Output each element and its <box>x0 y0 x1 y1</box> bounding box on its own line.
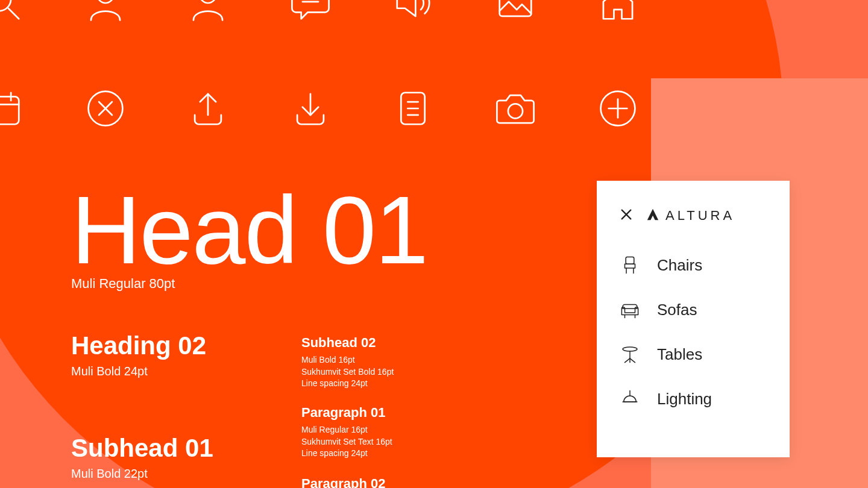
icon-row-2 <box>0 87 639 130</box>
navigation-menu-card: ALTURA Chairs Sofas Tables Lighting <box>597 181 790 457</box>
brand-logo[interactable]: ALTURA <box>646 208 735 224</box>
menu-item-tables[interactable]: Tables <box>620 344 767 364</box>
svg-rect-6 <box>0 96 19 124</box>
search-icon <box>0 0 24 24</box>
svg-line-32 <box>625 358 631 363</box>
image-icon <box>494 0 536 24</box>
menu-item-lighting[interactable]: Lighting <box>620 389 767 409</box>
home-icon <box>597 0 639 24</box>
menu-item-label: Sofas <box>657 301 697 319</box>
svg-point-2 <box>98 0 113 3</box>
brand-name: ALTURA <box>665 208 735 224</box>
svg-rect-25 <box>626 257 634 264</box>
svg-point-30 <box>623 347 637 351</box>
close-circle-icon <box>84 87 127 130</box>
download-icon <box>289 87 332 130</box>
subhead-01-label: Subhead 01 <box>71 434 213 463</box>
head-01-spec: Muli Regular 80pt <box>71 276 175 292</box>
paragraph-01-spec: Muli Regular 16pt Sukhumvit Set Text 16p… <box>301 424 392 460</box>
speaker-icon <box>392 0 434 24</box>
brand-mark-icon <box>646 208 659 224</box>
upload-icon <box>187 87 229 130</box>
table-icon <box>620 344 640 364</box>
plus-circle-icon <box>597 87 639 130</box>
lamp-icon <box>620 389 640 409</box>
menu-item-label: Chairs <box>657 256 702 275</box>
menu-item-label: Lighting <box>657 390 712 408</box>
heading-02-label: Heading 02 <box>71 331 206 360</box>
calendar-icon <box>0 87 24 130</box>
menu-item-sofas[interactable]: Sofas <box>620 299 767 320</box>
document-icon <box>392 87 434 130</box>
chat-icon <box>289 0 332 24</box>
svg-point-3 <box>200 0 216 3</box>
menu-item-chairs[interactable]: Chairs <box>620 255 767 275</box>
user-icon <box>84 0 127 24</box>
paragraph-02-label: Paragraph 02 <box>301 476 385 488</box>
paragraph-01-label: Paragraph 01 <box>301 405 385 421</box>
head-01-label: Head 01 <box>71 175 427 286</box>
sofa-icon <box>620 299 640 320</box>
user-alt-icon <box>187 0 229 24</box>
chair-icon <box>620 255 640 275</box>
subhead-02-label: Subhead 02 <box>301 335 376 351</box>
heading-02-spec: Muli Bold 24pt <box>71 364 148 378</box>
svg-line-1 <box>8 8 19 19</box>
menu-item-label: Tables <box>657 345 702 364</box>
menu-items: Chairs Sofas Tables Lighting <box>620 255 767 409</box>
menu-header: ALTURA <box>620 208 767 224</box>
subhead-01-spec: Muli Bold 22pt <box>71 467 148 481</box>
close-icon[interactable] <box>620 208 633 224</box>
subhead-02-spec: Muli Bold 16pt Sukhumvit Set Bold 16pt L… <box>301 354 394 390</box>
svg-line-33 <box>630 358 635 363</box>
icon-row-1 <box>0 0 639 24</box>
svg-point-19 <box>508 104 523 118</box>
camera-icon <box>494 87 536 130</box>
